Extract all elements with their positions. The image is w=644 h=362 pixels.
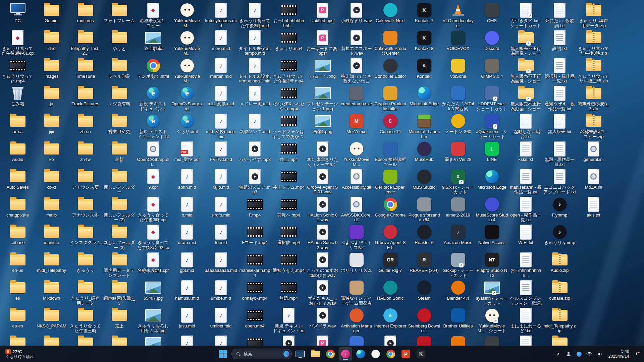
desktop-icon[interactable]: ニコニコバックアップロード.txt bbox=[543, 167, 577, 195]
desktop-icon[interactable]: 画像1.png bbox=[306, 112, 339, 139]
desktop-icon[interactable]: ♪F.ymmp bbox=[543, 195, 577, 223]
desktop-icon[interactable]: MoZA.ini bbox=[577, 167, 610, 195]
desktop-icon[interactable]: Audio.zip bbox=[543, 250, 577, 278]
desktop-icon[interactable]: ▶HALion Sonic 02.wav bbox=[306, 223, 339, 250]
desktop-icon[interactable]: Gemini bbox=[35, 1, 68, 28]
desktop-icon[interactable]: OpenCvSharp.dll... bbox=[136, 139, 170, 167]
desktop-icon[interactable]: ▶わかりやす.mp3 bbox=[238, 139, 272, 167]
desktop-icon[interactable]: ♪ bbox=[204, 334, 238, 346]
desktop-icon[interactable]: eOpenCvSharp.xml bbox=[170, 84, 204, 112]
desktop-icon[interactable]: アナウンス冬 bbox=[68, 195, 102, 223]
desktop-icon[interactable]: manisekarin.mp4 bbox=[238, 250, 272, 278]
desktop-icon[interactable]: HALion Sonic bbox=[373, 278, 407, 306]
desktop-icon[interactable]: midi_Telepathy.zip bbox=[543, 306, 577, 334]
desktop-icon[interactable]: ♪Amazon Music bbox=[441, 223, 475, 250]
desktop-icon[interactable]: ♪hamusu.mid bbox=[170, 278, 204, 306]
desktop-icon[interactable]: Crypton Product Installer bbox=[373, 84, 407, 112]
desktop-icon[interactable]: zh-tw bbox=[68, 139, 102, 167]
desktop-icon[interactable]: YukkuriMovieM... bbox=[170, 28, 204, 56]
desktop-icon[interactable]: Cakewalk Product Center bbox=[373, 28, 407, 56]
desktop-icon[interactable]: Audio bbox=[1, 139, 35, 167]
desktop-icon[interactable]: Track Pictures bbox=[68, 84, 102, 112]
desktop-icon[interactable]: e新規 テキスト ドキュメント.html bbox=[136, 112, 170, 139]
desktop-icon[interactable]: ♪新規 テキスト ドキュメント.musicxml bbox=[272, 306, 306, 334]
desktop-icon[interactable]: ♪aorin.mid bbox=[170, 167, 204, 195]
desktop-icon[interactable]: ヘッドフォンはずしてであかつ.mp4 bbox=[272, 112, 306, 139]
desktop-icon[interactable]: MMoZA.exe bbox=[339, 112, 373, 139]
desktop-icon[interactable]: MuseHub bbox=[407, 139, 441, 167]
desktop-icon[interactable]: eInternet Explorer bbox=[373, 306, 407, 334]
desktop-icon[interactable]: ♪umibet.mid bbox=[204, 306, 238, 334]
taskbar-file-explorer-button[interactable] bbox=[309, 347, 322, 361]
desktop-icon[interactable]: id-id bbox=[35, 28, 68, 56]
desktop-icon[interactable]: Steam bbox=[407, 278, 441, 306]
start-button[interactable] bbox=[216, 347, 230, 361]
desktop-icon[interactable]: Auto Saves bbox=[1, 167, 35, 195]
desktop-icon[interactable]: ↗無人販売不正行為画像 - ショートカット bbox=[509, 56, 543, 84]
taskbar-edge-button[interactable] bbox=[354, 347, 367, 361]
desktop-icon[interactable]: 調声用データテンプレート bbox=[102, 250, 136, 278]
desktop-icon[interactable]: きゅうり_調声用データ bbox=[68, 278, 102, 306]
desktop-icon[interactable]: ♪ bbox=[170, 334, 204, 346]
desktop-icon[interactable]: YukkuriMovieM... bbox=[339, 139, 373, 167]
desktop-icon[interactable]: open - 親作品一覧.txt bbox=[509, 195, 543, 223]
desktop-icon[interactable]: ↗syasinn - ショートカット bbox=[475, 278, 509, 306]
desktop-icon[interactable]: ▶こってのhdすおfdsbぴお.wav bbox=[306, 250, 339, 278]
desktop-icon[interactable]: VOICEVOX bbox=[441, 28, 475, 56]
desktop-icon[interactable]: ja bbox=[35, 84, 68, 112]
desktop-icon[interactable]: ♪mero.mid bbox=[204, 28, 238, 56]
desktop-icon[interactable]: ▶HALion Sonic 01.wav bbox=[306, 195, 339, 223]
desktop-icon[interactable]: きゅうり食ってた午後3時.zip bbox=[577, 28, 610, 56]
desktop-icon[interactable]: Plogue sforzando x64 bbox=[407, 195, 441, 223]
desktop-icon[interactable]: ♪b.mid bbox=[170, 195, 204, 223]
desktop-icon[interactable]: きゅうり食ってた.mp4 bbox=[1, 56, 35, 84]
desktop-icon[interactable]: jijii bbox=[35, 112, 68, 139]
desktop-icon[interactable] bbox=[1, 334, 35, 346]
desktop-icon[interactable]: eくらり.xml bbox=[170, 112, 204, 139]
desktop-icon[interactable]: ゆうと bbox=[102, 28, 136, 56]
desktop-icon[interactable]: cubase.zip bbox=[543, 278, 577, 306]
desktop-icon[interactable]: 死にたい_仮歌詞.txt bbox=[543, 1, 577, 28]
desktop-icon[interactable]: きゅうり bbox=[68, 250, 102, 278]
desktop-icon[interactable]: きゅうり食ってた午後三時 bbox=[68, 306, 102, 334]
desktop-icon[interactable]: chatgpt-site bbox=[1, 195, 35, 223]
desktop-icon[interactable]: アナウンス夏 bbox=[68, 167, 102, 195]
desktop-icon[interactable]: VLC media player bbox=[441, 1, 475, 28]
desktop-icon[interactable]: ▶答え知ってても教えないわこれ!.wav bbox=[339, 56, 373, 84]
desktop-icon[interactable]: ▶ bbox=[373, 334, 407, 346]
desktop-icon[interactable]: 売上 bbox=[102, 306, 136, 334]
desktop-icon[interactable]: OBS Studio bbox=[407, 167, 441, 195]
desktop-icon[interactable]: general.ini bbox=[577, 139, 610, 167]
desktop-icon[interactable]: きゅうり食ってた午後三時.zip bbox=[577, 56, 610, 84]
desktop-icon[interactable]: NKSC_PARAM bbox=[35, 306, 68, 334]
desktop-icon[interactable]: ▶Groove Agent SE 01.wav bbox=[306, 167, 339, 195]
desktop-icon[interactable]: RREAPER (x64) bbox=[407, 250, 441, 278]
desktop-icon[interactable]: Accessibility.dll bbox=[339, 167, 373, 195]
taskbar-music-app-button[interactable]: ♪ bbox=[339, 347, 352, 361]
desktop-icon[interactable]: _起動しない場合.txt bbox=[509, 112, 543, 139]
desktop-icon[interactable]: e新規 テキスト ドキュメント (2).html bbox=[136, 84, 170, 112]
desktop-icon[interactable]: ◆名称未設定1 - コピー bbox=[136, 1, 170, 28]
desktop-icon[interactable]: ↗万引きダメ.txt - ショートカット bbox=[509, 1, 543, 28]
desktop-icon[interactable]: まにまにわーるど!.txt bbox=[509, 306, 543, 334]
desktop-icon[interactable]: 路上駐車 bbox=[136, 28, 170, 56]
desktop-icon[interactable]: P bbox=[306, 334, 339, 346]
taskbar-chrome-button[interactable] bbox=[324, 347, 337, 361]
desktop-icon[interactable]: きゅうりおろし用サムネ.jpg bbox=[136, 306, 170, 334]
desktop-icon[interactable]: Blender 4.4 bbox=[441, 278, 475, 306]
tray-app-button[interactable] bbox=[574, 347, 584, 361]
desktop-icon[interactable]: F.mp4 bbox=[238, 195, 272, 223]
desktop-icon[interactable]: ラベル印刷 bbox=[102, 56, 136, 84]
desktop-icon[interactable] bbox=[102, 334, 136, 346]
desktop-icon[interactable]: ♪タイトル未設定.tempo.mid bbox=[238, 28, 272, 56]
desktop-icon[interactable]: ♪きゅうり.ymmp bbox=[543, 223, 577, 250]
desktop-icon[interactable]: 井上.mp4 bbox=[272, 139, 306, 167]
desktop-icon[interactable]: ↗HDDFMT.exe - ショートカット bbox=[475, 84, 509, 112]
desktop-icon[interactable]: ohhayo-.mp4 bbox=[238, 278, 272, 306]
desktop-icon[interactable]: ▶小銭貯まり.wav bbox=[339, 1, 373, 28]
desktop-icon[interactable]: malib bbox=[35, 195, 68, 223]
desktop-icon[interactable]: ♪gpt.mid bbox=[170, 250, 204, 278]
desktop-icon[interactable]: VoiSona bbox=[441, 56, 475, 84]
desktop-icon[interactable]: きゅうり_調声用データ.zip bbox=[577, 1, 610, 28]
desktop-icon[interactable]: フォトフレーム bbox=[102, 1, 136, 28]
